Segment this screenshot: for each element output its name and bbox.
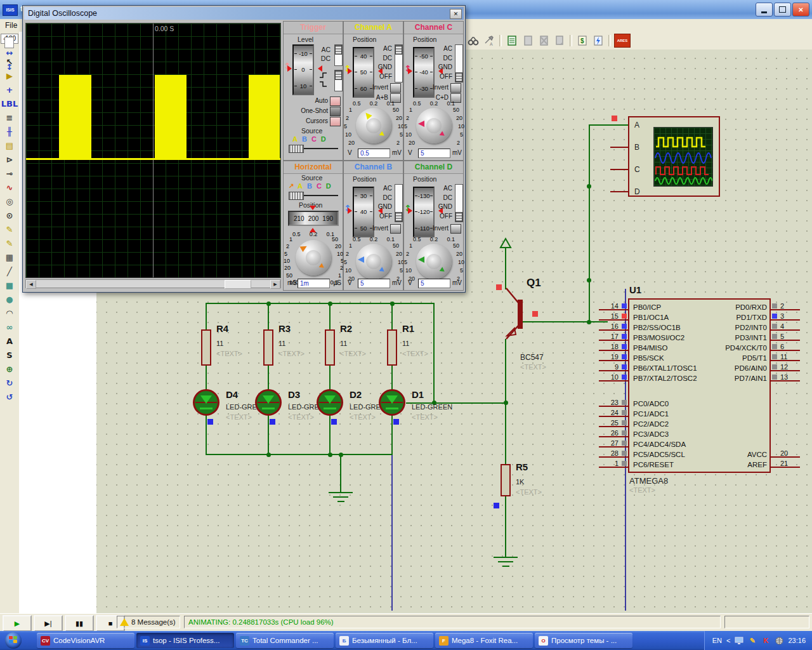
chip-pin[interactable]: 11	[771, 353, 800, 363]
chip-pin[interactable]: 26	[599, 429, 628, 439]
chip-pin[interactable]: 16	[599, 322, 628, 333]
coupling-label: GND	[432, 63, 452, 72]
chip-pin[interactable]: 6	[771, 343, 800, 353]
led-component[interactable]: D1 LED-GREEN <TEXT>	[379, 389, 462, 428]
menu-file[interactable]: File	[5, 21, 17, 30]
chip-pin[interactable]: 21	[771, 460, 800, 470]
chip-pin[interactable]: 10	[599, 373, 628, 383]
auto-button[interactable]	[330, 96, 341, 106]
globe-icon[interactable]	[775, 637, 783, 645]
bill-of-materials-icon[interactable]: $	[575, 34, 589, 48]
minimize-button[interactable]	[756, 3, 773, 17]
resistor-component[interactable]: R4 11 <TEXT>	[201, 324, 265, 383]
collapse-chevron-icon[interactable]: <	[726, 637, 730, 644]
chip-pin[interactable]: 17	[599, 333, 628, 343]
channel-b-invert-button[interactable]	[390, 224, 401, 234]
taskbar-button[interactable]: TC Total Commander ...	[236, 633, 334, 648]
chip-pin[interactable]: 15	[599, 312, 628, 322]
channel-d-volts-per-div-knob[interactable]	[416, 244, 452, 279]
channel-c-volts-per-div-knob[interactable]	[416, 108, 452, 143]
channel-a-value-field[interactable]: 0.5	[358, 149, 390, 158]
chip-pin[interactable]: 14	[599, 302, 628, 312]
q1-transistor-symbol[interactable]	[477, 234, 560, 348]
chip-pin[interactable]: 4	[771, 322, 800, 333]
channel-b-coupling-switch[interactable]	[395, 184, 403, 222]
taskbar-button[interactable]: CV CodeVisionAVR	[37, 633, 134, 648]
led-ref: D2	[350, 389, 362, 400]
chip-pin[interactable]: 20	[771, 449, 800, 460]
channel-c-coupling-switch[interactable]	[455, 44, 463, 83]
horizontal-source-slider[interactable]	[289, 192, 338, 199]
channel-a-coupling-switch[interactable]	[395, 44, 403, 83]
channel-a-volts-per-div-knob[interactable]	[356, 108, 391, 143]
channel-c-invert-button[interactable]	[450, 83, 461, 93]
oscilloscope-title-bar[interactable]: Digital Oscilloscope ✕	[24, 7, 464, 20]
clock[interactable]: 23:16	[788, 637, 806, 644]
design-explorer-icon[interactable]	[505, 34, 519, 48]
oscilloscope-window[interactable]: Digital Oscilloscope ✕ 0.00 S ◀ ▶ Trigge…	[22, 5, 466, 293]
new-design-icon[interactable]	[4, 37, 14, 48]
resistor-component[interactable]: R1 11 <TEXT>	[387, 324, 450, 383]
chip-pin[interactable]: 12	[771, 363, 800, 373]
trigger-source-slider[interactable]	[289, 145, 338, 152]
goto-sheet-icon[interactable]	[553, 34, 566, 48]
chip-pin[interactable]: 13	[771, 373, 800, 383]
trigger-edge-switch[interactable]	[334, 70, 343, 91]
taskbar-button[interactable]: F Mega8 - Foxit Rea...	[435, 633, 533, 648]
chip-pin[interactable]: 25	[599, 419, 628, 429]
property-assignment-tool-icon[interactable]: A	[482, 34, 496, 48]
find-icon[interactable]	[466, 34, 480, 48]
channel-d-value-field[interactable]: 5	[418, 279, 450, 288]
scroll-left-icon[interactable]: ◀	[26, 280, 36, 289]
chip-pin[interactable]: 19	[599, 353, 628, 363]
led-ref: D1	[412, 389, 424, 400]
oscilloscope-close-icon[interactable]: ✕	[450, 9, 462, 19]
language-indicator[interactable]: EN	[712, 637, 722, 644]
chip-pin[interactable]: 27	[599, 439, 628, 449]
chip-pin[interactable]: 23	[599, 399, 628, 409]
r5-component[interactable]: R5 1K <TEXT>	[501, 464, 564, 502]
kaspersky-icon[interactable]: K	[761, 637, 770, 645]
new-sheet-icon[interactable]	[521, 34, 535, 48]
scroll-thumb[interactable]	[225, 280, 251, 289]
netlist-to-ares-icon[interactable]: ARES	[614, 34, 631, 48]
horizontal-position-display[interactable]: 210200190	[288, 211, 339, 226]
message-counter[interactable]: 8 Message(s)	[117, 616, 180, 628]
channel-c-value-field[interactable]: 5	[418, 149, 450, 158]
resistor-component[interactable]: R3 11 <TEXT>	[263, 324, 327, 383]
chip-pin[interactable]: 18	[599, 343, 628, 353]
chip-pin[interactable]: 28	[599, 449, 628, 460]
timebase-value-field[interactable]: 1m	[298, 279, 330, 288]
close-button[interactable]: ✕	[792, 3, 809, 17]
trigger-level-slider[interactable]: -10010	[292, 44, 314, 95]
screen-scrollbar[interactable]: ◀ ▶	[25, 279, 281, 288]
electrical-rules-check-icon[interactable]	[591, 34, 605, 48]
cursors-button[interactable]	[330, 117, 341, 126]
channel-d-coupling-switch[interactable]	[455, 184, 463, 222]
channel-a-invert-button[interactable]	[390, 83, 401, 93]
chip-pin[interactable]: 3	[771, 312, 800, 322]
scroll-right-icon[interactable]: ▶	[270, 280, 280, 289]
display-icon[interactable]	[735, 637, 743, 645]
pen-icon[interactable]: ✎	[748, 637, 757, 645]
chip-pin[interactable]: 24	[599, 409, 628, 419]
resistor-component[interactable]: R2 11 <TEXT>	[325, 324, 388, 383]
chip-pin[interactable]: 5	[771, 333, 800, 343]
restore-button[interactable]	[774, 3, 791, 17]
one-shot-button[interactable]	[330, 107, 341, 116]
remove-sheet-icon[interactable]	[537, 34, 551, 48]
channel-b-volts-per-div-knob[interactable]	[356, 244, 391, 279]
taskbar-button[interactable]: Б Безымянный - Бл...	[336, 633, 433, 648]
taskbar-button[interactable]: O Просмотр темы - ...	[535, 633, 632, 648]
timebase-knob[interactable]	[296, 240, 331, 275]
chip-pin[interactable]: 2	[771, 302, 800, 312]
taskbar-button[interactable]: IS tsop - ISIS Profess...	[136, 633, 234, 648]
chip-pin[interactable]: 9	[599, 363, 628, 373]
wire	[206, 303, 435, 304]
resistor-value: 11	[340, 340, 347, 347]
channel-b-value-field[interactable]: 5	[358, 279, 390, 288]
trigger-coupling-switch[interactable]	[334, 44, 343, 66]
channel-d-invert-button[interactable]	[450, 224, 461, 234]
start-button[interactable]	[5, 632, 22, 649]
chip-pin[interactable]: 1	[599, 460, 628, 470]
